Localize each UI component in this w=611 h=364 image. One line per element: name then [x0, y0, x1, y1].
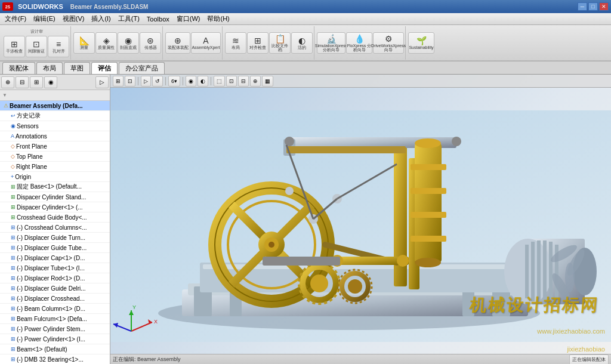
tree-item-dmb-bearing[interactable]: ⊞ (-) DMB 32 Bearing<1>... [0, 354, 110, 364]
tab-layout[interactable]: 布局 [36, 62, 63, 74]
tree-item-dg-turn[interactable]: ⊞ (-) Displacer Guide Turn... [0, 233, 110, 243]
tree-icon-origin: + [11, 174, 14, 180]
tree-item-disp-tube[interactable]: ⊞ (-) Displacer Tube<1> (I... [0, 263, 110, 273]
tree-item-front-plane[interactable]: ◇ Front Plane [0, 141, 110, 152]
toolbar-section-view[interactable]: ◉ 剖面直观 [118, 32, 139, 54]
panel-btn-1[interactable]: ⊕ [1, 76, 14, 88]
vp-lights-btn[interactable]: ⊡ [226, 76, 237, 87]
tree-item-crosshead[interactable]: ⊞ Crosshead Guide Body<... [0, 212, 110, 223]
tree-item-disp-cap[interactable]: ⊞ (-) Displacer Cap<1> (D... [0, 253, 110, 263]
menu-file[interactable]: 文件(F) [1, 13, 30, 24]
tree-item-right-plane[interactable]: ◇ Right Plane [0, 162, 110, 172]
tree-item-disp-rod[interactable]: ⊞ (-) Displacer Rod<1> (D... [0, 273, 110, 283]
vp-sep4 [211, 77, 211, 85]
vp-rotate-btn[interactable]: ↺ [152, 76, 163, 87]
vp-render-btn[interactable]: ▷ [141, 76, 151, 87]
menu-edit[interactable]: 编辑(E) [30, 13, 59, 24]
tree-item-dg-tube[interactable]: ⊞ (-) Displacer Guide Tube... [0, 243, 110, 253]
statusbar: 正在编辑: Beamer Assembly 正在编辑装配体 [110, 354, 611, 364]
tree-item-top-plane[interactable]: ◇ Top Plane [0, 152, 110, 162]
tree-item-dg-delrin[interactable]: ⊞ (-) Displacer Guide Delri... [0, 283, 110, 294]
tree-item-disp-crosshead[interactable]: ⊞ (-) Displacer Crosshead... [0, 294, 110, 304]
tree-icon-plane: ◇ [11, 143, 15, 149]
toolbar-hole-align[interactable]: ≡ 孔对齐 [48, 36, 69, 57]
menu-toolbox[interactable]: Toolbox [143, 14, 173, 24]
tree-item-beam-col[interactable]: ⊞ (-) Beam Column<1> (D... [0, 304, 110, 314]
statusbar-edit-btn[interactable]: 正在编辑装配体 [569, 354, 609, 365]
tree-item-crosshead-col[interactable]: ⊞ (-) Crosshead Columns<... [0, 223, 110, 233]
toolbar-align-check[interactable]: ⊞ 对齐检查 [247, 32, 269, 54]
panel-toolbar: ⊕ ⊟ ⊞ ◉ ▷ [0, 75, 110, 90]
vp-hide-btn[interactable]: ⊟ [238, 76, 249, 87]
tree-item-beam[interactable]: ⊞ Beam<1> (Default) [0, 344, 110, 354]
toolbar-assemblyxpert[interactable]: A AssemblyXpert [191, 32, 221, 54]
toolbar-driveworksxpress[interactable]: ⚙ DriveWorksXpress 向导 [373, 32, 404, 54]
filter-row: ▼ [0, 90, 110, 101]
toolbar-compare[interactable]: 📋 比较文件 档 [269, 32, 291, 54]
svg-rect-36 [411, 212, 446, 218]
vp-zoom-btn[interactable]: ⊡ [125, 76, 135, 87]
tree-icon-cc: ⊞ [11, 224, 16, 230]
titlebar: 2S SOLIDWORKS Beamer Assembly.SLDASM ─ □… [0, 0, 611, 13]
tab-assembly[interactable]: 装配体 [2, 62, 35, 74]
tree-icon-dc: ⊞ [11, 204, 16, 210]
tab-evaluate[interactable]: 评估 [91, 62, 118, 74]
tree-item-history[interactable]: ↩ 方史记录 [0, 111, 110, 121]
tab-sketch[interactable]: 草图 [64, 62, 90, 74]
menubar: 文件(F) 编辑(E) 视图(V) 插入(I) 工具(T) Toolbox 窗口… [0, 13, 611, 25]
toolbar-clearance-verify[interactable]: ⊡ 间隙验证 [26, 36, 47, 57]
tree-item-root[interactable]: ⚠ Beamer Assembly (Defa... [0, 101, 110, 111]
menu-insert[interactable]: 插入(I) [88, 13, 114, 24]
vp-appearance-btn[interactable]: ⊕ [250, 76, 261, 87]
tree-item-base[interactable]: ⊞ 固定 Base<1> (Default... [0, 182, 110, 192]
minimize-button[interactable]: ─ [578, 2, 587, 11]
tree-item-power-cyl-stem[interactable]: ⊞ (-) Power Cylinder Stem... [0, 324, 110, 334]
vp-view-btn[interactable]: 6▾ [168, 76, 180, 87]
restore-button[interactable]: □ [588, 2, 598, 11]
vp-sep3 [183, 77, 183, 85]
panel-expand-btn[interactable]: ▷ [95, 76, 109, 88]
svg-rect-31 [415, 143, 442, 263]
vp-section-btn[interactable]: ⬚ [214, 76, 225, 87]
menu-window[interactable]: 窗口(W) [173, 13, 204, 24]
toolbar-measure[interactable]: 📐 测量 [73, 32, 95, 54]
tree-item-displacer-cyl[interactable]: ⊞ Dispacer Cylinder<1> (... [0, 202, 110, 212]
svg-rect-44 [543, 240, 547, 303]
tabs-area: 装配体 布局 草图 评估 办公室产品 [0, 61, 611, 75]
tree-item-annotations[interactable]: A Annotations [0, 131, 110, 141]
menu-tools[interactable]: 工具(T) [115, 13, 143, 24]
panel-btn-4[interactable]: ◉ [44, 76, 57, 88]
tab-office[interactable]: 办公室产品 [119, 62, 165, 74]
menu-view[interactable]: 视图(V) [59, 13, 88, 24]
close-button[interactable]: ✕ [599, 2, 609, 11]
viewport: ⊞ ⊡ ▷ ↺ 6▾ ◉ ◐ ⬚ ⊡ ⊟ ⊕ ▦ [110, 75, 611, 364]
tree-item-origin[interactable]: + Origin [0, 172, 110, 182]
toolbar-simulationxpress[interactable]: 🔬 SimulationXpress 分析向导 [317, 32, 345, 54]
vp-grid-btn[interactable]: ▦ [262, 76, 273, 87]
toolbar-sustainability[interactable]: 🌱 Sustainability [408, 32, 434, 54]
toolbar-area: 设计审 ⊞ 干涉检查 ⊡ 间隙验证 ≡ 孔对齐 [0, 25, 611, 61]
vp-orient-btn[interactable]: ⊞ [113, 76, 124, 87]
svg-rect-34 [411, 164, 446, 170]
tree-item-displacer-stand[interactable]: ⊞ Dispacer Cylinder Stand... [0, 192, 110, 202]
panel-btn-3[interactable]: ⊞ [30, 76, 43, 88]
left-panel: ⊕ ⊟ ⊞ ◉ ▷ ▼ ⚠ Beamer Assembly (Defa... ↩… [0, 75, 110, 364]
vp-wireframe-btn[interactable]: ◐ [198, 76, 208, 87]
toolbar-floexpress[interactable]: 💧 FloXpress 分析向导 [346, 32, 372, 54]
tree-item-sensors[interactable]: ◉ Sensors [0, 121, 110, 131]
panel-btn-2[interactable]: ⊟ [16, 76, 29, 88]
tree-icon-pc: ⊞ [11, 336, 16, 342]
feature-tree[interactable]: ▼ ⚠ Beamer Assembly (Defa... ↩ 方史记录 ◉ Se… [0, 90, 110, 364]
toolbar-mass-props[interactable]: ◈ 质量属性 [95, 32, 117, 54]
toolbar-interference-check[interactable]: ⊞ 干涉检查 [4, 36, 25, 57]
status-text: 正在编辑: Beamer Assembly [113, 356, 181, 363]
menu-help[interactable]: 帮助(H) [203, 13, 233, 24]
toolbar-assembly[interactable]: ⊕ 装配体装配 [165, 32, 190, 54]
toolbar-layout[interactable]: ≋ 布局 [225, 32, 246, 54]
toolbar-active[interactable]: ◐ 活的 [291, 32, 313, 54]
tree-item-power-cyl[interactable]: ⊞ (-) Power Cylinder<1> (I... [0, 334, 110, 344]
tree-item-beam-fulcrum[interactable]: ⊞ Beam Fulcrum<1> (Defa... [0, 314, 110, 324]
tree-icon-right-plane: ◇ [11, 164, 15, 169]
vp-display-btn[interactable]: ◉ [186, 76, 196, 87]
toolbar-sensor[interactable]: ⊛ 传感器 [140, 32, 161, 54]
